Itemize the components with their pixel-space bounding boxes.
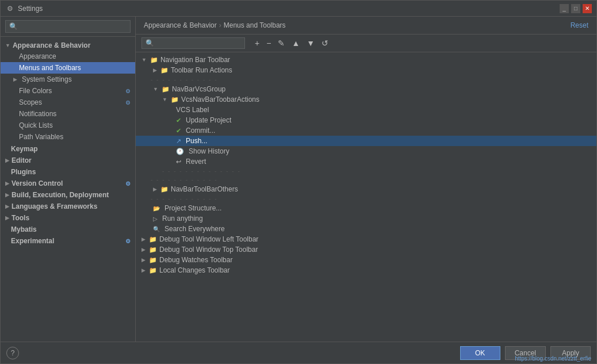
sidebar-label-file-colors: File Colors	[19, 87, 52, 95]
folder-icon-debug-top: 📁	[149, 246, 157, 254]
move-up-button[interactable]: ▲	[289, 37, 303, 49]
tree-item-nav-bar-toolbar-others[interactable]: ▶ 📁 NavBarToolBarOthers	[136, 184, 596, 194]
label-debug-top: Debug Tool Window Top Toolbar	[159, 246, 258, 254]
experimental-icon: ⚙	[125, 238, 131, 244]
tree-item-debug-left[interactable]: ▶ 📁 Debug Tool Window Left Toolbar	[136, 234, 596, 244]
search-icon: 🔍	[153, 226, 160, 232]
sidebar-item-build-execution[interactable]: ▶ Build, Execution, Deployment	[1, 189, 135, 200]
sidebar-item-plugins[interactable]: Plugins	[1, 166, 135, 177]
sidebar-label-menus-toolbars: Menus and Toolbars	[19, 64, 81, 72]
tree-item-local-changes[interactable]: ▶ 📁 Local Changes Toolbar	[136, 265, 596, 275]
label-project-structure: Project Structure...	[164, 204, 221, 212]
scopes-icon: ⚙	[125, 99, 131, 106]
breadcrumb-part1: Appearance & Behavior	[144, 21, 217, 29]
close-button[interactable]: ✕	[583, 4, 592, 13]
minimize-button[interactable]: _	[560, 4, 569, 13]
label-toolbar-run-actions: Toolbar Run Actions	[171, 66, 232, 74]
sidebar-label-scopes: Scopes	[19, 98, 42, 106]
label-run-anything: Run anything	[162, 214, 203, 223]
tree-item-nav-bar-toolbar[interactable]: ▼ 📁 Navigation Bar Toolbar	[136, 55, 596, 65]
expand-arrow-system-settings: ▶	[13, 76, 17, 82]
check-icon-update-project: ✔	[176, 117, 181, 124]
label-vcs-nav-bar-toolbar-actions: VcsNavBarToobarActions	[181, 95, 259, 104]
expand-icon-nav-bar-vcs-group: ▼	[153, 86, 158, 92]
sidebar-label-version-control: Version Control	[12, 179, 63, 187]
status-url: https://blog.csdn.net/zztt_erfie	[515, 355, 591, 362]
main-content: ▼ Appearance & Behavior Appearance Menus…	[1, 17, 596, 342]
window-controls: _ □ ✕	[560, 4, 592, 13]
tree-item-toolbar-run-actions[interactable]: ▶ 📁 Toolbar Run Actions	[136, 65, 596, 75]
sidebar-item-file-colors[interactable]: File Colors ⚙	[1, 85, 135, 97]
label-debug-left: Debug Tool Window Left Toolbar	[159, 235, 258, 243]
maximize-button[interactable]: □	[571, 4, 580, 13]
expand-icon-nav-bar-toolbar: ▼	[141, 57, 147, 63]
sidebar-label-languages-frameworks: Languages & Frameworks	[12, 202, 97, 210]
tree-item-update-project[interactable]: ✔ Update Project	[136, 115, 596, 125]
tree-item-vcs-nav-bar-toolbar-actions[interactable]: ▼ 📁 VcsNavBarToobarActions	[136, 94, 596, 105]
sidebar-item-mybatis[interactable]: Mybatis	[1, 223, 135, 235]
sidebar-item-keymap[interactable]: Keymap	[1, 143, 135, 154]
clock-icon-show-history: 🕐	[176, 148, 184, 155]
folder-icon-toolbar-run-actions: 📁	[160, 67, 169, 74]
toolbar-search-container	[141, 37, 245, 49]
tree-item-commit[interactable]: ✔ Commit...	[136, 125, 596, 136]
tree-item-nav-bar-vcs-group[interactable]: ▼ 📁 NavBarVcsGroup	[136, 84, 596, 94]
sidebar-label-editor: Editor	[12, 156, 32, 164]
arrow-icon-push: ↗	[176, 137, 181, 145]
help-button[interactable]: ?	[6, 347, 19, 359]
sidebar-label-quick-lists: Quick Lists	[19, 121, 53, 129]
tree-item-push[interactable]: ↗ Push...	[136, 136, 596, 146]
sidebar-item-tools[interactable]: ▶ Tools	[1, 212, 135, 223]
sidebar-item-version-control[interactable]: ▶ Version Control ⚙	[1, 177, 135, 189]
label-commit: Commit...	[186, 127, 215, 135]
label-nav-bar-toolbar: Navigation Bar Toolbar	[160, 56, 230, 64]
ok-button[interactable]: OK	[460, 346, 500, 360]
sidebar-label-appearance-behavior: Appearance & Behavior	[13, 41, 90, 49]
tree-item-search-everywhere[interactable]: 🔍 Search Everywhere	[136, 224, 596, 234]
window-title: Settings	[18, 5, 560, 13]
toolbar-search-input[interactable]	[141, 37, 245, 49]
expand-arrow-tools: ▶	[5, 215, 9, 221]
edit-button[interactable]: ✎	[275, 37, 288, 49]
sidebar-item-appearance[interactable]: Appearance	[1, 51, 135, 62]
separator-2: - - - - - - - - - - - - - -	[136, 167, 596, 175]
sidebar-item-quick-lists[interactable]: Quick Lists	[1, 120, 135, 131]
breadcrumb-separator: ›	[219, 21, 221, 29]
add-button[interactable]: +	[252, 37, 262, 49]
tree-item-vcs-label[interactable]: VCS Label	[136, 105, 596, 115]
restore-button[interactable]: ↺	[319, 37, 331, 49]
expand-arrow-editor: ▶	[5, 158, 9, 163]
sidebar-label-mybatis: Mybatis	[11, 225, 37, 233]
sidebar-item-menus-toolbars[interactable]: Menus and Toolbars	[1, 62, 135, 74]
version-control-icon: ⚙	[125, 181, 131, 187]
window-icon: ⚙	[5, 4, 14, 13]
move-down-button[interactable]: ▼	[304, 37, 317, 49]
tree-item-debug-top[interactable]: ▶ 📁 Debug Tool Window Top Toolbar	[136, 244, 596, 255]
tree-item-debug-watches[interactable]: ▶ 📁 Debug Watches Toolbar	[136, 255, 596, 265]
sidebar-item-notifications[interactable]: Notifications	[1, 108, 135, 120]
sidebar-item-languages-frameworks[interactable]: ▶ Languages & Frameworks	[1, 200, 135, 212]
tree-item-revert[interactable]: ↩ Revert	[136, 156, 596, 167]
sidebar-item-system-settings[interactable]: ▶ System Settings	[1, 74, 135, 85]
sidebar-label-system-settings: System Settings	[22, 75, 72, 83]
remove-button[interactable]: −	[263, 37, 274, 49]
sidebar-search-container	[1, 17, 135, 37]
folder-icon-nav-bar-toolbar: 📁	[150, 56, 158, 64]
tree-item-show-history[interactable]: 🕐 Show History	[136, 146, 596, 156]
sidebar-label-plugins: Plugins	[11, 168, 36, 176]
sidebar-item-path-variables[interactable]: Path Variables	[1, 131, 135, 143]
sidebar-item-editor[interactable]: ▶ Editor	[1, 154, 135, 166]
reset-button[interactable]: Reset	[571, 21, 588, 29]
label-push: Push...	[186, 137, 207, 145]
sidebar-label-tools: Tools	[12, 214, 29, 222]
folder-icon-local-changes: 📁	[149, 267, 157, 274]
sidebar-item-appearance-behavior[interactable]: ▼ Appearance & Behavior	[1, 39, 135, 51]
expand-icon-nav-bar-toolbar-others: ▶	[153, 186, 157, 192]
tree-item-run-anything[interactable]: ▷ Run anything	[136, 213, 596, 224]
sidebar-item-experimental[interactable]: Experimental ⚙	[1, 235, 135, 246]
label-update-project: Update Project	[186, 116, 231, 124]
sidebar-search-input[interactable]	[5, 20, 131, 33]
settings-window: ⚙ Settings _ □ ✕ ▼ Appearance & Behavior…	[0, 0, 597, 364]
tree-item-project-structure[interactable]: 📂 Project Structure...	[136, 203, 596, 213]
sidebar-item-scopes[interactable]: Scopes ⚙	[1, 97, 135, 108]
